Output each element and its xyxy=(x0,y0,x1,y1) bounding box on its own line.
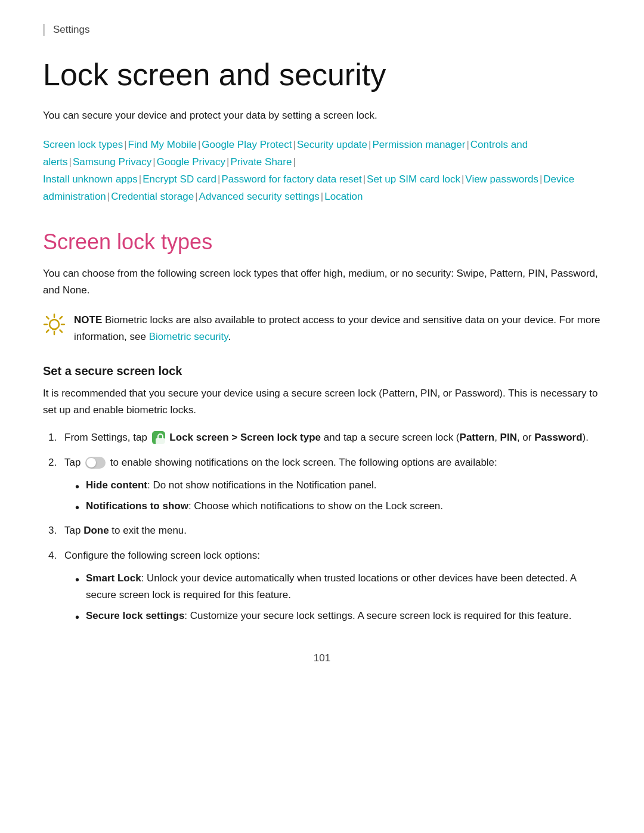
note-label: NOTE xyxy=(74,314,102,326)
link-permission-manager[interactable]: Permission manager xyxy=(372,139,465,150)
step-1: From Settings, tap Lock screen > Screen … xyxy=(60,429,601,446)
link-advanced-security[interactable]: Advanced security settings xyxy=(199,191,320,202)
link-credential-storage[interactable]: Credential storage xyxy=(111,191,194,202)
hide-content-label: Hide content xyxy=(86,479,147,491)
step2-subitem-2: Notifications to show: Choose which noti… xyxy=(75,498,601,514)
step1-pattern: Pattern xyxy=(460,432,495,443)
secure-lock-settings-label: Secure lock settings xyxy=(86,610,184,621)
link-private-share[interactable]: Private Share xyxy=(230,156,292,168)
link-install-unknown-apps[interactable]: Install unknown apps xyxy=(43,174,138,185)
step4-subitem-smart-lock: Smart Lock: Unlock your device automatic… xyxy=(75,570,601,602)
step2-sublist: Hide content: Do not show notifications … xyxy=(75,477,601,514)
toggle-switch-icon xyxy=(85,457,106,469)
link-security-update[interactable]: Security update xyxy=(297,139,367,150)
note-icon xyxy=(43,313,66,336)
link-biometric-security[interactable]: Biometric security xyxy=(149,331,228,342)
link-screen-lock-types[interactable]: Screen lock types xyxy=(43,139,123,150)
section1-title: Screen lock types xyxy=(43,230,601,255)
step-4: Configure the following screen lock opti… xyxy=(60,547,601,624)
breadcrumb: Settings xyxy=(43,24,601,36)
link-find-my-mobile[interactable]: Find My Mobile xyxy=(128,139,197,150)
svg-line-4 xyxy=(47,317,49,319)
subsection1-body: It is recommended that you secure your d… xyxy=(43,385,601,419)
page-number: 101 xyxy=(43,652,601,664)
link-list: Screen lock types|Find My Mobile|Google … xyxy=(43,137,601,206)
subsection1-title: Set a secure screen lock xyxy=(43,364,601,378)
notifications-to-show-label: Notifications to show xyxy=(86,500,188,512)
step-3: Tap Done to exit the menu. xyxy=(60,522,601,539)
svg-rect-10 xyxy=(156,438,165,445)
link-set-up-sim[interactable]: Set up SIM card lock xyxy=(367,174,460,185)
step1-pin: PIN xyxy=(500,432,517,443)
note-text: NOTE Biometric locks are also available … xyxy=(74,312,601,345)
step4-sublist: Smart Lock: Unlock your device automatic… xyxy=(75,570,601,624)
svg-line-6 xyxy=(60,317,63,319)
svg-point-8 xyxy=(49,320,59,329)
step1-bold1: Lock screen > Screen lock type xyxy=(169,432,321,443)
link-google-play-protect[interactable]: Google Play Protect xyxy=(202,139,292,150)
section1-body: You can choose from the following screen… xyxy=(43,265,601,299)
note-box: NOTE Biometric locks are also available … xyxy=(43,312,601,345)
svg-line-7 xyxy=(47,330,49,332)
svg-rect-9 xyxy=(52,329,57,330)
step-2: Tap to enable showing notifications on t… xyxy=(60,454,601,514)
link-encrypt-sd[interactable]: Encrypt SD card xyxy=(143,174,216,185)
breadcrumb-text: Settings xyxy=(53,24,89,35)
lock-screen-icon xyxy=(152,431,165,444)
link-view-passwords[interactable]: View passwords xyxy=(465,174,538,185)
svg-line-5 xyxy=(60,330,63,332)
smart-lock-label: Smart Lock xyxy=(86,572,141,584)
page-title: Lock screen and security xyxy=(43,57,601,93)
step1-password: Password xyxy=(534,432,582,443)
step2-subitem-1: Hide content: Do not show notifications … xyxy=(75,477,601,493)
link-location[interactable]: Location xyxy=(324,191,363,202)
step4-subitem-secure-lock: Secure lock settings: Customize your sec… xyxy=(75,608,601,624)
link-google-privacy[interactable]: Google Privacy xyxy=(157,156,225,168)
link-password-factory-reset[interactable]: Password for factory data reset xyxy=(221,174,361,185)
step3-done: Done xyxy=(83,525,109,536)
steps-list: From Settings, tap Lock screen > Screen … xyxy=(60,429,601,624)
intro-text: You can secure your device and protect y… xyxy=(43,107,601,123)
link-samsung-privacy[interactable]: Samsung Privacy xyxy=(73,156,151,168)
